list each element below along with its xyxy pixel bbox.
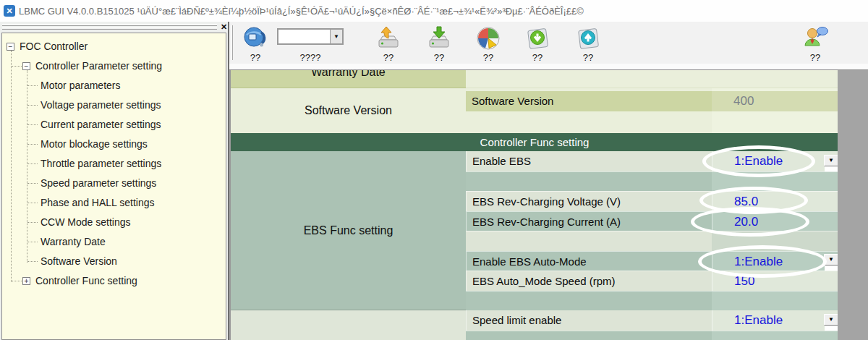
- file-import-icon: [516, 25, 559, 51]
- spacer-row: [466, 331, 712, 340]
- toolbar: ?? ▼ ???? ??: [229, 22, 868, 64]
- user-info-button[interactable]: ??: [793, 25, 837, 63]
- group-cell-next: [231, 310, 466, 340]
- expand-icon[interactable]: +: [22, 277, 30, 285]
- param-label-software-version: Software Version: [466, 91, 712, 111]
- tree-item-motor-blockage-settings[interactable]: Motor blockage settings: [2, 135, 226, 154]
- param-value-enable-ebs[interactable]: 1:Enable: [712, 151, 838, 171]
- device-select[interactable]: ▼: [277, 28, 344, 45]
- title-bar: ✕ LBMC GUI V4.0.0.B151025 ¹úÄÚ°æ£¨ÌáÐÑ£º…: [0, 0, 868, 22]
- param-label-ebs-rev-charging-voltage: EBS Rev-Charging Voltage (V): [466, 191, 712, 211]
- tree-item-controller-parameter-setting[interactable]: − Controller Parameter setting: [2, 56, 226, 76]
- default-params-button[interactable]: ??: [467, 25, 510, 63]
- chevron-down-icon[interactable]: ▼: [330, 30, 342, 43]
- tree-item-speed-parameter-settings[interactable]: Speed parameter settings: [2, 174, 226, 193]
- connect-icon: [234, 25, 277, 51]
- toolbar-divider: [229, 64, 868, 69]
- drive-download-icon: [417, 25, 461, 51]
- parameter-grid-area: Warranty Date Software Version Software …: [229, 69, 868, 340]
- collapse-icon[interactable]: −: [22, 62, 30, 70]
- dropdown-button-ebs-auto-mode[interactable]: ▼: [824, 254, 838, 265]
- app-window: ✕ LBMC GUI V4.0.0.B151025 ¹úÄÚ°æ£¨ÌáÐÑ£º…: [0, 0, 868, 340]
- param-value-ebs-rev-charging-current[interactable]: 20.0: [712, 211, 838, 231]
- panel-grip-handle[interactable]: [2, 27, 217, 30]
- spacer-row: [712, 331, 838, 340]
- tree-item-warranty-date[interactable]: Warranty Date: [2, 232, 226, 252]
- group-cell-ebs-func-setting: EBS Func setting: [231, 151, 466, 310]
- spacer-row: [712, 231, 838, 251]
- collapse-icon[interactable]: −: [7, 43, 14, 51]
- param-label-ebs-rev-charging-current: EBS Rev-Charging Current (A): [466, 211, 712, 231]
- dropdown-button-speed-limit[interactable]: ▼: [824, 314, 838, 326]
- param-value-ebs-auto-mode-speed[interactable]: 150: [712, 271, 838, 291]
- main-panel: ?? ▼ ???? ??: [228, 22, 868, 340]
- pie-wheel-icon: [467, 25, 510, 51]
- spacer-row: [712, 291, 838, 311]
- tree-item-voltage-parameter-settings[interactable]: Voltage parameter settings: [2, 95, 226, 115]
- parameter-table: Warranty Date Software Version Software …: [230, 70, 838, 340]
- navigation-tree: − FOC Controller − Controller Parameter …: [1, 33, 226, 340]
- value-cell-empty: [712, 70, 838, 88]
- toolbar-grip-handle[interactable]: [231, 25, 233, 60]
- tree-item-throttle-parameter-settings[interactable]: Throttle parameter settings: [2, 154, 226, 174]
- group-cell-warranty-date: Warranty Date: [231, 70, 466, 88]
- spacer-row: [466, 291, 712, 311]
- spacer-row: [466, 171, 712, 192]
- spacer-row: [712, 171, 838, 192]
- import-file-button[interactable]: ??: [516, 25, 559, 63]
- window-title: LBMC GUI V4.0.0.B151025 ¹úÄÚ°æ£¨ÌáÐÑ£º±¾…: [19, 6, 584, 17]
- tree-item-current-parameter-settings[interactable]: Current parameter settings: [2, 115, 226, 135]
- drive-upload-icon: [367, 25, 410, 51]
- write-params-button[interactable]: ??: [417, 25, 461, 63]
- tree-item-motor-parameters[interactable]: Motor parameters: [2, 76, 226, 95]
- tree-item-controller-func-setting[interactable]: + Controller Func setting: [2, 271, 226, 291]
- dropdown-field: [825, 265, 838, 271]
- param-value-speed-limit-enable[interactable]: 1:Enable: [712, 310, 838, 331]
- app-icon: ✕: [4, 5, 15, 17]
- user-icon: [793, 25, 837, 51]
- param-label-speed-limit-enable: Speed limit enable: [466, 310, 712, 331]
- tree-item-software-version[interactable]: Software Version: [2, 252, 226, 271]
- tree-item-phase-and-hall-settings[interactable]: Phase and HALL settings: [2, 193, 226, 213]
- file-export-icon: [566, 25, 610, 51]
- param-value-enable-ebs-auto-mode[interactable]: 1:Enable: [712, 251, 838, 271]
- device-select-label: ????: [277, 52, 344, 63]
- tree-item-ccw-mode-settings[interactable]: CCW Mode settings: [2, 213, 226, 232]
- section-header-controller-func-setting: Controller Func setting: [231, 133, 838, 151]
- sidebar-region: ✕ − FOC Controller − Controller Paramete…: [0, 22, 228, 340]
- dropdown-button-enable-ebs[interactable]: ▼: [824, 155, 838, 166]
- param-value-software-version: 400: [712, 91, 838, 111]
- spacer-row: [466, 231, 712, 251]
- export-file-button[interactable]: ??: [566, 25, 610, 63]
- group-cell-software-version: Software Version: [231, 88, 466, 133]
- param-cell-empty: [466, 70, 712, 88]
- param-label-enable-ebs: Enable EBS: [466, 151, 712, 171]
- param-value-ebs-rev-charging-voltage[interactable]: 85.0: [712, 191, 838, 211]
- tree-item-foc-controller[interactable]: − FOC Controller: [2, 37, 226, 56]
- panel-grip-handle[interactable]: [2, 24, 217, 26]
- param-label-enable-ebs-auto-mode: Enable EBS Auto-Mode: [466, 251, 712, 271]
- read-params-button[interactable]: ??: [367, 25, 410, 63]
- param-label-ebs-auto-mode-speed: EBS Auto_Mode Speed (rpm): [466, 271, 712, 291]
- connect-button[interactable]: ??: [234, 25, 277, 63]
